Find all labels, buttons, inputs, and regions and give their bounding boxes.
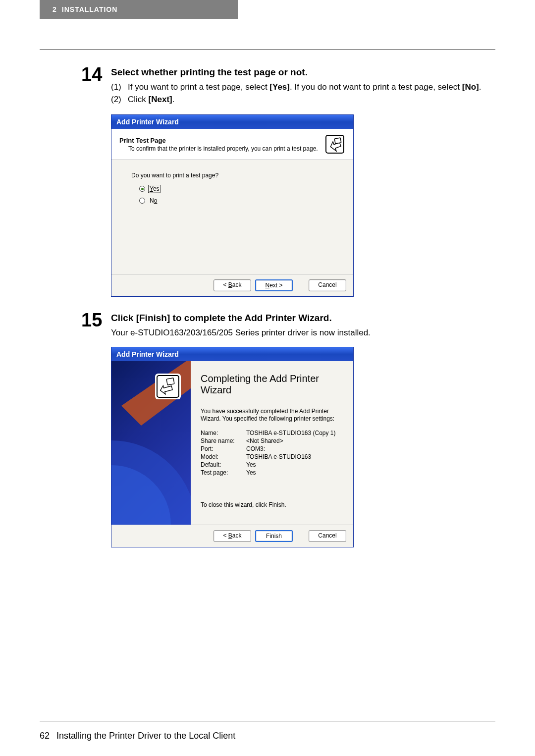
- step-body: Click [Finish] to complete the Add Print…: [111, 311, 371, 338]
- complete-title: Completing the Add Printer Wizard: [201, 373, 343, 396]
- wizard-button-row: < Back Next > Cancel: [111, 274, 353, 296]
- kv-share: Share name:<Not Shared>: [201, 437, 336, 445]
- wizard-body: Completing the Add Printer Wizard You ha…: [111, 361, 353, 525]
- back-button[interactable]: < Back: [214, 279, 251, 291]
- step-sub-2: (2) Click [Next].: [111, 94, 481, 106]
- step-number: 14: [81, 65, 111, 84]
- printer-settings-table: Name:TOSHIBA e-STUDIO163 (Copy 1) Share …: [201, 429, 336, 477]
- svg-rect-1: [334, 138, 341, 144]
- wizard-titlebar: Add Printer Wizard: [111, 115, 353, 129]
- radio-indicator: [139, 198, 145, 204]
- step-body: Select whether printing the test page or…: [111, 65, 481, 107]
- sub-num: (1): [111, 81, 128, 93]
- step-title: Click [Finish] to complete the Add Print…: [111, 312, 371, 325]
- footer-text: Installing the Printer Driver to the Loc…: [56, 731, 235, 741]
- radio-label-no: No: [148, 197, 159, 205]
- wizard-button-row: < Back Finish Cancel: [111, 525, 353, 547]
- wizard-print-test-page: Add Printer Wizard Print Test Page To co…: [111, 114, 354, 297]
- step-subtext: Your e-STUDIO163/203/165/205 Series prin…: [111, 327, 371, 339]
- radio-indicator-checked: [139, 186, 145, 192]
- wizard-header-text: Print Test Page To confirm that the prin…: [119, 137, 318, 152]
- chapter-title: INSTALLATION: [62, 5, 118, 13]
- sub-text: Click [Next].: [128, 94, 174, 106]
- radio-label-yes: Yes: [148, 185, 161, 193]
- step-number: 15: [81, 311, 111, 329]
- kv-testpage: Test page:Yes: [201, 469, 336, 477]
- back-button[interactable]: < Back: [214, 530, 251, 542]
- content-area: 14 Select whether printing the test page…: [40, 50, 495, 721]
- radio-yes[interactable]: Yes: [139, 185, 333, 193]
- sub-num: (2): [111, 94, 128, 106]
- sub-text: If you want to print a test page, select…: [128, 81, 481, 93]
- page-footer: 62 Installing the Printer Driver to the …: [40, 731, 235, 741]
- step-14: 14 Select whether printing the test page…: [81, 65, 495, 107]
- wizard-header-subtitle: To confirm that the printer is installed…: [128, 145, 318, 152]
- wizard-header-title: Print Test Page: [119, 137, 318, 144]
- page-number: 62: [40, 731, 50, 741]
- svg-rect-4: [155, 374, 181, 399]
- wizard-titlebar: Add Printer Wizard: [111, 347, 353, 361]
- close-instruction: To close this wizard, click Finish.: [201, 501, 343, 508]
- wizard-header: Print Test Page To confirm that the prin…: [111, 129, 353, 160]
- step-15: 15 Click [Finish] to complete the Add Pr…: [81, 311, 495, 338]
- kv-model: Model:TOSHIBA e-STUDIO163: [201, 453, 336, 461]
- wizard-complete-panel: Completing the Add Printer Wizard You ha…: [191, 361, 353, 525]
- finish-button[interactable]: Finish: [255, 530, 293, 542]
- printer-icon: [324, 134, 345, 155]
- kv-default: Default:Yes: [201, 461, 336, 469]
- step-sub-1: (1) If you want to print a test page, se…: [111, 81, 481, 93]
- wizard-body: Do you want to print a test page? Yes No: [111, 160, 353, 274]
- svg-rect-6: [166, 378, 174, 384]
- cancel-button[interactable]: Cancel: [309, 279, 346, 291]
- next-button[interactable]: Next >: [255, 279, 293, 291]
- kv-name: Name:TOSHIBA e-STUDIO163 (Copy 1): [201, 429, 336, 437]
- cancel-button[interactable]: Cancel: [309, 530, 346, 542]
- chapter-number: 2: [53, 5, 57, 13]
- step-title: Select whether printing the test page or…: [111, 66, 481, 79]
- radio-no[interactable]: No: [139, 197, 333, 205]
- wizard-completing: Add Printer Wizard Completing the Add Pr…: [111, 347, 354, 547]
- complete-paragraph: You have successfully completed the Add …: [201, 408, 343, 423]
- wizard-sidebar-art: [111, 361, 191, 525]
- chapter-header: 2 INSTALLATION: [40, 0, 238, 19]
- radio-question: Do you want to print a test page?: [131, 172, 333, 179]
- document-page: 2 INSTALLATION 14 Select whether printin…: [0, 0, 535, 756]
- kv-port: Port:COM3:: [201, 445, 336, 453]
